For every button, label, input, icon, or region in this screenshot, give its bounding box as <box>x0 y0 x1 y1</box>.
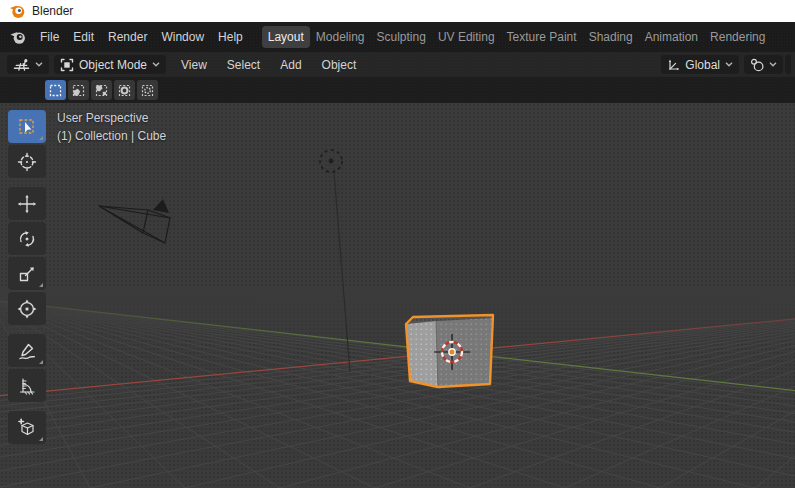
window-title: Blender <box>32 4 73 18</box>
workspace-tab-uv-editing[interactable]: UV Editing <box>432 26 501 48</box>
select-intersect-icon <box>141 84 154 97</box>
select-mode-extend[interactable] <box>68 80 89 100</box>
camera-object[interactable] <box>99 199 170 243</box>
blender-window: Blender File Edit Render Window Help Lay… <box>0 0 795 492</box>
select-mode-subtract[interactable] <box>91 80 112 100</box>
cursor-tool-icon <box>17 152 37 172</box>
tool-annotate[interactable] <box>8 334 46 367</box>
tool-move[interactable] <box>8 187 46 220</box>
select-subtract-icon <box>95 84 108 97</box>
tool-transform[interactable] <box>8 292 46 325</box>
transform-icon <box>17 299 37 319</box>
snap-button-clipped[interactable] <box>785 55 791 74</box>
menu-view[interactable]: View <box>171 58 217 72</box>
move-icon <box>17 194 37 214</box>
add-cube-icon <box>17 418 37 438</box>
tool-select-box[interactable] <box>8 110 46 143</box>
select-set-icon <box>49 84 62 97</box>
tool-rotate[interactable] <box>8 222 46 255</box>
chevron-down-icon <box>35 62 43 67</box>
collection-breadcrumb: (1) Collection | Cube <box>57 127 166 145</box>
proportional-editing-icon <box>750 58 764 72</box>
select-invert-icon <box>118 84 131 97</box>
os-titlebar: Blender <box>0 0 795 22</box>
menu-window[interactable]: Window <box>154 26 211 48</box>
chevron-down-icon <box>152 62 160 67</box>
menu-edit[interactable]: Edit <box>66 26 101 48</box>
proportional-editing-button[interactable] <box>744 55 783 74</box>
menu-render[interactable]: Render <box>101 26 154 48</box>
workspace-tab-modeling[interactable]: Modeling <box>310 26 371 48</box>
workspace-tab-sculpting[interactable]: Sculpting <box>371 26 432 48</box>
toolbar-left <box>8 110 46 446</box>
orientation-axes-icon <box>667 58 680 71</box>
workspace-tab-texture-paint[interactable]: Texture Paint <box>501 26 583 48</box>
viewport-header-right: Global <box>661 55 795 74</box>
select-mode-set[interactable] <box>45 80 66 100</box>
menu-add[interactable]: Add <box>270 58 311 72</box>
scene-canvas <box>0 103 795 488</box>
menu-help[interactable]: Help <box>211 26 250 48</box>
measure-icon <box>17 376 37 396</box>
scale-icon <box>17 264 37 284</box>
annotate-icon <box>17 341 37 361</box>
select-box-icon <box>17 117 37 137</box>
tool-settings-bar <box>0 77 795 103</box>
rotate-icon <box>17 229 37 249</box>
menu-select[interactable]: Select <box>217 58 270 72</box>
tool-measure[interactable] <box>8 369 46 402</box>
chevron-down-icon <box>769 62 777 67</box>
object-mode-icon <box>60 58 74 72</box>
tool-cursor[interactable] <box>8 145 46 178</box>
blender-menu-logo-icon[interactable] <box>9 29 27 45</box>
chevron-down-icon <box>725 62 733 67</box>
viewport-header: Object Mode View Select Add Object <box>0 52 795 77</box>
workspace-tab-rendering[interactable]: Rendering <box>704 26 771 48</box>
select-mode-invert[interactable] <box>114 80 135 100</box>
viewport-overlay-text: User Perspective (1) Collection | Cube <box>57 109 166 145</box>
orientation-label: Global <box>685 58 720 72</box>
workspace-tab-layout[interactable]: Layout <box>262 26 310 48</box>
editor-type-button[interactable] <box>7 55 49 74</box>
viewport-3d[interactable]: User Perspective (1) Collection | Cube <box>0 103 795 488</box>
transform-orientation-dropdown[interactable]: Global <box>661 55 739 74</box>
mode-dropdown[interactable]: Object Mode <box>54 55 166 74</box>
window-bottom-edge <box>0 488 795 492</box>
menu-object[interactable]: Object <box>312 58 367 72</box>
menu-file[interactable]: File <box>33 26 66 48</box>
viewport-editor-icon <box>13 58 30 71</box>
mode-label: Object Mode <box>79 58 147 72</box>
workspace-tab-shading[interactable]: Shading <box>583 26 639 48</box>
view-perspective-label: User Perspective <box>57 109 166 127</box>
select-mode-intersect[interactable] <box>137 80 158 100</box>
workspace-tabs: Layout Modeling Sculpting UV Editing Tex… <box>262 26 772 48</box>
tool-add-cube[interactable] <box>8 411 46 444</box>
blender-logo-icon <box>9 3 25 19</box>
select-extend-icon <box>72 84 85 97</box>
tool-scale[interactable] <box>8 257 46 290</box>
horizon-fade <box>0 288 795 346</box>
topbar: File Edit Render Window Help Layout Mode… <box>0 22 795 52</box>
workspace-tab-animation[interactable]: Animation <box>639 26 704 48</box>
